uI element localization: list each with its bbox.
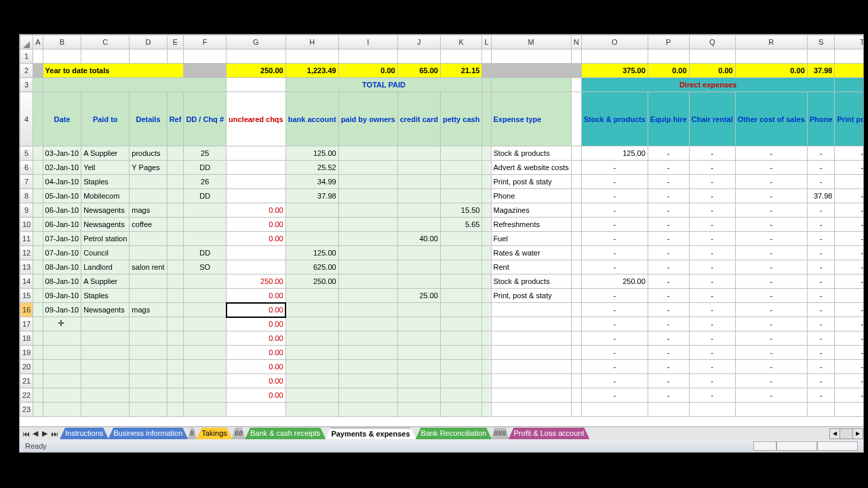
cell[interactable]	[689, 49, 735, 64]
cell-D8[interactable]	[130, 189, 167, 203]
cell-G8[interactable]	[226, 189, 286, 203]
cell-S21[interactable]: -	[807, 374, 835, 388]
cell-I15[interactable]	[338, 289, 397, 303]
cell-C17[interactable]	[81, 317, 130, 331]
cell-N22[interactable]	[571, 388, 581, 403]
row-header-18[interactable]: 18	[20, 331, 33, 346]
cell-I11[interactable]	[338, 232, 397, 246]
cell-A18[interactable]	[33, 331, 43, 346]
cell-E11[interactable]	[167, 232, 184, 246]
cell-H5[interactable]: 125.00	[285, 146, 338, 161]
cell-F11[interactable]	[184, 232, 226, 246]
cell-E16[interactable]	[167, 303, 184, 317]
col-header-S[interactable]: S	[807, 35, 835, 49]
cell-H9[interactable]	[285, 203, 338, 218]
cell-T10[interactable]: -	[835, 218, 863, 232]
cell-M6[interactable]: Advert & website costs	[491, 161, 571, 175]
cell-Q21[interactable]: -	[689, 374, 735, 388]
cell-F21[interactable]	[184, 374, 226, 388]
cell-S17[interactable]: -	[807, 317, 835, 331]
cell-T21[interactable]: -	[835, 374, 863, 388]
cell-J17[interactable]	[397, 317, 440, 331]
cell-G14[interactable]: 250.00	[226, 274, 286, 289]
cell-B9[interactable]: 06-Jan-10	[43, 203, 81, 218]
col-header-B[interactable]: B	[43, 35, 81, 49]
col-header-F[interactable]: F	[184, 35, 226, 49]
cell-E12[interactable]	[167, 246, 184, 260]
col-header-E[interactable]: E	[167, 35, 184, 49]
cell-E6[interactable]	[167, 161, 184, 175]
cell-Q22[interactable]: -	[689, 388, 735, 403]
row-header-3[interactable]: 3	[20, 78, 33, 92]
cell-O6[interactable]: -	[581, 161, 648, 175]
cell-E8[interactable]	[167, 189, 184, 203]
cell-N10[interactable]	[571, 218, 581, 232]
cell-Q8[interactable]: -	[689, 189, 735, 203]
cell-F22[interactable]	[184, 388, 226, 403]
cell-J21[interactable]	[397, 374, 440, 388]
cell-L17[interactable]	[482, 317, 491, 331]
sheet-tab-bank-cash-receipts[interactable]: Bank & cash receipts	[245, 428, 326, 439]
cell-D9[interactable]: mags	[130, 203, 167, 218]
cell[interactable]	[285, 49, 338, 64]
cell-I8[interactable]	[338, 189, 397, 203]
cell-T17[interactable]: -	[835, 317, 863, 331]
cell-J8[interactable]	[397, 189, 440, 203]
cell-R5[interactable]: -	[735, 146, 807, 161]
cell-T23[interactable]	[835, 403, 863, 417]
cell-N20[interactable]	[571, 360, 581, 374]
cell-E10[interactable]	[167, 218, 184, 232]
cell-K16[interactable]	[440, 303, 481, 317]
cell-C12[interactable]: Council	[81, 246, 130, 260]
cell-B23[interactable]	[43, 403, 81, 417]
cell-B20[interactable]	[43, 360, 81, 374]
cell-N6[interactable]	[571, 161, 581, 175]
cell-G13[interactable]	[226, 260, 286, 274]
cell-S22[interactable]: -	[807, 388, 835, 403]
cell-R6[interactable]: -	[735, 161, 807, 175]
cell-F7[interactable]: 26	[184, 175, 226, 189]
cell-O5[interactable]: 125.00	[581, 146, 648, 161]
cell-F23[interactable]	[184, 403, 226, 417]
cell-R13[interactable]: -	[735, 260, 807, 274]
cell-B7[interactable]: 04-Jan-10	[43, 175, 81, 189]
cell-R23[interactable]	[735, 403, 807, 417]
cell-K12[interactable]	[440, 246, 481, 260]
cell-I17[interactable]	[338, 317, 397, 331]
cell[interactable]	[338, 49, 397, 64]
cell-C15[interactable]: Staples	[81, 289, 130, 303]
cell-H18[interactable]	[285, 331, 338, 346]
cell-E13[interactable]	[167, 260, 184, 274]
cell[interactable]	[735, 49, 807, 64]
tab-first-icon[interactable]: ⏮	[21, 428, 31, 439]
cell-J22[interactable]	[397, 388, 440, 403]
cell-J7[interactable]	[397, 175, 440, 189]
cell-H14[interactable]: 250.00	[285, 274, 338, 289]
cell-T16[interactable]: -	[835, 303, 863, 317]
cell-H7[interactable]: 34.99	[285, 175, 338, 189]
cell-Q12[interactable]: -	[689, 246, 735, 260]
row-header-14[interactable]: 14	[20, 274, 33, 289]
cell-L14[interactable]	[482, 274, 491, 289]
cell-Q9[interactable]: -	[689, 203, 735, 218]
cell-N9[interactable]	[571, 203, 581, 218]
cell-M11[interactable]: Fuel	[491, 232, 571, 246]
cell-I10[interactable]	[338, 218, 397, 232]
cell-I22[interactable]	[338, 388, 397, 403]
cell-M5[interactable]: Stock & products	[491, 146, 571, 161]
cell-O23[interactable]	[581, 403, 648, 417]
cell[interactable]	[807, 49, 835, 64]
cell-J9[interactable]	[397, 203, 440, 218]
cell-L10[interactable]	[482, 218, 491, 232]
cell-L22[interactable]	[482, 388, 491, 403]
cell-D18[interactable]	[130, 331, 167, 346]
cell-P19[interactable]: -	[648, 346, 689, 360]
row-header-4[interactable]: 4	[20, 92, 33, 146]
cell-T20[interactable]: -	[835, 360, 863, 374]
cell-E18[interactable]	[167, 331, 184, 346]
cell-R11[interactable]: -	[735, 232, 807, 246]
cell-M10[interactable]: Refreshments	[491, 218, 571, 232]
cell-K22[interactable]	[440, 388, 481, 403]
cell-F6[interactable]: DD	[184, 161, 226, 175]
cell-F17[interactable]	[184, 317, 226, 331]
